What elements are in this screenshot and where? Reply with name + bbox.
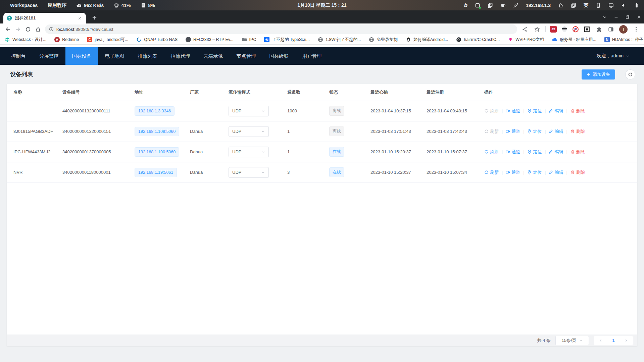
nav-item-gb-devices[interactable]: 国标设备 bbox=[65, 47, 98, 65]
locate-action[interactable]: 定位 bbox=[527, 128, 542, 135]
memory-indicator[interactable]: 8% bbox=[141, 3, 155, 8]
nav-item-console[interactable]: 控制台 bbox=[4, 47, 33, 65]
edit-action[interactable]: 编辑 bbox=[549, 108, 563, 114]
browser-menu-icon[interactable] bbox=[632, 25, 640, 33]
input-language-indicator[interactable]: 英 bbox=[584, 2, 588, 8]
back-button[interactable] bbox=[3, 24, 13, 34]
phone-link-icon[interactable] bbox=[596, 3, 601, 8]
battery-icon[interactable] bbox=[634, 3, 639, 8]
volume-icon[interactable] bbox=[621, 3, 627, 8]
ip-address-indicator[interactable]: 192.168.1.3 bbox=[526, 3, 551, 8]
edit-action[interactable]: 编辑 bbox=[549, 169, 563, 175]
bookmark-hdatmos[interactable]: N HDAtmos :: 种子 *... bbox=[604, 37, 644, 43]
prev-page-button[interactable] bbox=[599, 339, 603, 343]
bookmark-server[interactable]: 服务器 - 轻量应用... bbox=[552, 37, 596, 43]
cpu-indicator[interactable]: 41% bbox=[114, 3, 131, 8]
extensions-puzzle-icon[interactable] bbox=[594, 25, 602, 33]
applications-button[interactable]: 应用程序 bbox=[48, 2, 66, 8]
cell-heartbeat: 2023-01-10 15:20:37 bbox=[365, 142, 421, 162]
nav-item-user-manage[interactable]: 用户管理 bbox=[296, 47, 329, 65]
divider bbox=[545, 26, 546, 32]
next-page-button[interactable] bbox=[624, 339, 628, 343]
tab-close-icon[interactable] bbox=[77, 15, 83, 21]
color-picker-icon[interactable] bbox=[513, 3, 518, 8]
reload-button[interactable] bbox=[23, 24, 33, 34]
screen-share-icon[interactable] bbox=[608, 3, 614, 8]
screenshot-tray-icon[interactable] bbox=[475, 3, 480, 8]
delete-action[interactable]: 删除 bbox=[571, 128, 585, 135]
dark-reader-extension-icon[interactable] bbox=[583, 26, 590, 33]
nav-item-push-list[interactable]: 推流列表 bbox=[131, 47, 164, 65]
channel-action[interactable]: 通道 bbox=[506, 128, 520, 135]
c-badge-icon: C bbox=[87, 37, 92, 42]
nav-item-node-manage[interactable]: 节点管理 bbox=[230, 47, 263, 65]
clipboard-tray-icon[interactable] bbox=[488, 3, 493, 8]
add-device-button[interactable]: 添加设备 bbox=[582, 69, 615, 80]
bookmark-star-button[interactable] bbox=[533, 25, 541, 33]
bookmark-typescript[interactable]: 知 了不起的 TypeScri... bbox=[264, 37, 310, 43]
tab-search-icon[interactable] bbox=[602, 15, 607, 19]
share-button[interactable] bbox=[521, 25, 529, 33]
edit-action[interactable]: 编辑 bbox=[549, 149, 563, 155]
workspaces-button[interactable]: Workspaces bbox=[10, 3, 38, 8]
bookmark-java-android[interactable]: C java、android可... bbox=[87, 37, 128, 43]
adblock-extension-icon[interactable] bbox=[572, 26, 579, 33]
nav-item-pull-proxy[interactable]: 拉流代理 bbox=[164, 47, 197, 65]
page-size-select[interactable]: 15条/页 bbox=[555, 336, 589, 345]
close-window-icon[interactable] bbox=[637, 15, 641, 19]
forward-button[interactable] bbox=[13, 24, 23, 34]
new-tab-button[interactable] bbox=[90, 13, 99, 22]
nav-item-split-monitor[interactable]: 分屏监控 bbox=[33, 47, 65, 65]
profile-avatar[interactable]: I bbox=[619, 25, 628, 34]
bookmark-redmine[interactable]: R Redmine bbox=[54, 37, 79, 42]
home-button[interactable] bbox=[33, 24, 43, 34]
bookmark-18w[interactable]: 1.8W字|了不起的... bbox=[318, 37, 361, 43]
delete-action[interactable]: 删除 bbox=[571, 169, 585, 175]
bookmark-android-build[interactable]: 如何编译Android... bbox=[406, 37, 448, 43]
user-menu[interactable]: 欢迎，admin bbox=[597, 53, 644, 59]
minimize-window-icon[interactable] bbox=[614, 15, 618, 19]
bookmark-folder-ipc[interactable]: IPC bbox=[242, 37, 256, 42]
network-speed-indicator[interactable]: 962 KB/s bbox=[77, 3, 104, 8]
workspace-switcher-icon[interactable] bbox=[571, 3, 576, 8]
locate-action[interactable]: 定位 bbox=[527, 149, 542, 155]
locate-action[interactable]: 定位 bbox=[527, 169, 542, 175]
channel-action[interactable]: 通道 bbox=[506, 169, 520, 175]
side-panel-icon[interactable] bbox=[607, 25, 615, 33]
address-bar[interactable]: localhost:38080/#/deviceList bbox=[45, 24, 517, 34]
bookmark-wvp-pro[interactable]: Ψ WVP-PRO文档 bbox=[508, 37, 544, 43]
refresh-action[interactable]: 刷新 bbox=[484, 169, 499, 175]
incognito-extension-icon[interactable] bbox=[561, 26, 568, 33]
nav-item-cloud-record[interactable]: 云端录像 bbox=[197, 47, 230, 65]
bookmark-qnap[interactable]: QNAP Turbo NAS bbox=[136, 37, 178, 42]
nav-item-e-map[interactable]: 电子地图 bbox=[98, 47, 131, 65]
refresh-list-button[interactable] bbox=[625, 69, 635, 80]
total-count: 共 4 条 bbox=[537, 338, 551, 344]
page-number[interactable]: 1 bbox=[612, 338, 614, 343]
delete-action[interactable]: 删除 bbox=[571, 149, 585, 155]
channel-action[interactable]: 通道 bbox=[506, 108, 520, 114]
channel-action[interactable]: 通道 bbox=[506, 149, 520, 155]
restore-window-icon[interactable] bbox=[625, 15, 630, 19]
stream-mode-select[interactable]: UDP bbox=[229, 167, 269, 178]
coffee-cup-icon[interactable] bbox=[500, 3, 506, 8]
home-tray-icon[interactable] bbox=[558, 3, 563, 8]
bookmark-github[interactable]: hairrrrr/C-CrashC... bbox=[456, 37, 500, 42]
refresh-action[interactable]: 刷新 bbox=[484, 108, 499, 114]
site-info-icon[interactable] bbox=[49, 27, 54, 32]
locate-action[interactable]: 定位 bbox=[527, 108, 542, 114]
bookmark-rfc2833[interactable]: RFC2833 – RTP Ev... bbox=[186, 37, 234, 42]
delete-action[interactable]: 删除 bbox=[571, 108, 585, 114]
refresh-action[interactable]: 刷新 bbox=[484, 149, 499, 155]
bookmark-copy-free[interactable]: 免登录复制 bbox=[369, 37, 398, 43]
stream-mode-select[interactable]: UDP bbox=[229, 147, 269, 157]
bookmark-webstack[interactable]: Webstack - 设计... bbox=[5, 37, 46, 43]
js-extension-icon[interactable]: JS bbox=[550, 26, 557, 33]
nav-item-gb-cascade[interactable]: 国标级联 bbox=[263, 47, 296, 65]
bing-tray-icon[interactable]: b bbox=[464, 3, 467, 8]
stream-mode-select[interactable]: UDP bbox=[229, 126, 269, 137]
stream-mode-select[interactable]: UDP bbox=[229, 106, 269, 116]
refresh-action[interactable]: 刷新 bbox=[484, 128, 499, 135]
edit-action[interactable]: 编辑 bbox=[549, 128, 563, 135]
browser-tab[interactable]: 国标28181 bbox=[3, 13, 86, 23]
